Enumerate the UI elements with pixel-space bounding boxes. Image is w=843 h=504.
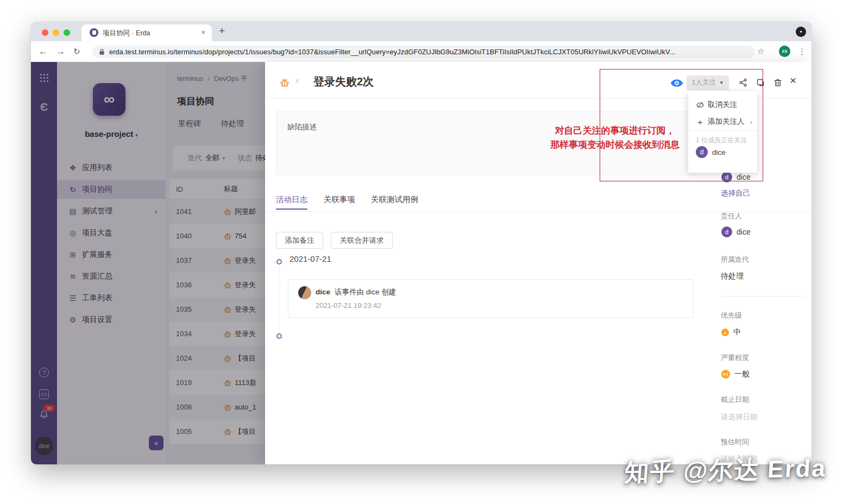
divider	[688, 130, 757, 131]
priority-medium-icon: ▴	[721, 329, 729, 336]
fullscreen-window-button[interactable]	[64, 29, 70, 36]
bug-type-icon[interactable]	[280, 78, 290, 87]
watcher-row[interactable]: ddice	[696, 146, 726, 158]
avatar: d	[721, 226, 732, 237]
forward-button[interactable]: →	[56, 41, 65, 62]
screenshot: 项目协同 · Erda × + ▾ ← → ↻ erda.test.termin…	[0, 0, 843, 504]
avatar: d	[696, 146, 708, 158]
follow-dropdown: 取消关注 +添加关注人› 1 位成员正在关注 ddice	[688, 91, 757, 173]
priority-value[interactable]: ▴中	[721, 327, 741, 337]
deadline-input[interactable]: 请选择日期	[721, 412, 758, 422]
drawer-mask[interactable]	[31, 62, 265, 464]
description-label: 缺陷描述	[287, 122, 317, 132]
event-text: 该事件由 dice 创建	[335, 288, 396, 296]
back-button[interactable]: ←	[39, 41, 48, 62]
reload-button[interactable]: ↻	[73, 41, 80, 62]
new-tab-button[interactable]: +	[219, 25, 225, 37]
timeline-event-card: dice该事件由 dice 创建 2021-07-21 19:23:42	[288, 279, 694, 318]
url-text: erda.test.terminus.io/terminus/dop/proje…	[109, 48, 676, 56]
timeline-node	[276, 333, 282, 339]
tab-title: 项目协同 · Erda	[103, 29, 150, 38]
owner-value[interactable]: ddice	[721, 226, 751, 237]
owner-label: 责任人	[721, 211, 742, 221]
timeline-line	[279, 266, 279, 333]
close-drawer-icon[interactable]: ×	[790, 74, 796, 87]
unfollow-menu-item[interactable]: 取消关注	[688, 97, 757, 113]
delete-icon[interactable]	[773, 78, 782, 87]
follow-count-button[interactable]: 1人关注▼	[687, 75, 729, 90]
address-bar[interactable]: erda.test.terminus.io/terminus/dop/proje…	[92, 46, 755, 58]
iteration-value[interactable]: 待处理	[721, 272, 744, 281]
divider	[721, 296, 804, 297]
watcher-count-label: 1 位成员正在关注	[696, 136, 747, 145]
select-self-link[interactable]: 选择自己	[721, 188, 750, 198]
erda-favicon-icon	[90, 28, 98, 37]
event-user: dice	[316, 288, 330, 296]
tab-list-button[interactable]: ▾	[796, 27, 806, 37]
iteration-label: 所属迭代	[721, 255, 749, 264]
close-window-button[interactable]	[42, 29, 48, 36]
timeline-node	[276, 259, 282, 264]
active-tab-underline	[276, 209, 307, 210]
severity-value[interactable]: P2一般	[721, 369, 750, 379]
add-comment-button[interactable]: 添加备注	[276, 232, 323, 249]
browser-tab[interactable]: 项目协同 · Erda ×	[81, 24, 212, 41]
minimize-window-button[interactable]	[53, 29, 59, 36]
timeline-date: 2021-07-21	[290, 254, 331, 263]
browser-menu-icon[interactable]: ⋮	[798, 41, 806, 62]
event-time: 2021-07-21 19:23:42	[316, 301, 381, 310]
tab-activity-log[interactable]: 活动日志	[276, 194, 307, 205]
link-merge-request-button[interactable]: 关联合并请求	[331, 232, 393, 249]
add-follower-menu-item[interactable]: +添加关注人›	[688, 114, 757, 130]
event-user-avatar	[298, 286, 311, 299]
estimate-label: 预估时间	[721, 437, 749, 447]
tab-strip: 项目协同 · Erda × + ▾	[31, 22, 811, 41]
chevron-down-icon: ▼	[719, 80, 724, 85]
annotation-text: 对自己关注的事项进行订阅， 那样事项变动时候会接收到消息	[536, 124, 694, 152]
bookmark-star-icon[interactable]: ☆	[757, 41, 764, 62]
avatar: d	[721, 172, 732, 182]
severity-label: 严重程度	[721, 353, 749, 363]
eye-off-icon	[696, 100, 704, 109]
watermark: 知乎 @尔达 Erda	[624, 452, 828, 489]
browser-toolbar: ← → ↻ erda.test.terminus.io/terminus/dop…	[31, 41, 811, 62]
tab-related-testcases[interactable]: 关联测试用例	[371, 194, 418, 205]
severity-p2-icon: P2	[721, 370, 730, 379]
share-icon[interactable]	[739, 78, 747, 87]
tab-close-icon[interactable]: ×	[201, 28, 205, 36]
tab-related-issues[interactable]: 关联事项	[324, 194, 355, 205]
chevron-right-icon: ›	[750, 118, 752, 126]
priority-label: 优先级	[721, 311, 742, 320]
browser-window: 项目协同 · Erda × + ▾ ← → ↻ erda.test.termin…	[31, 22, 811, 464]
deadline-label: 截止日期	[721, 395, 749, 405]
browser-profile-avatar[interactable]: ZX	[779, 46, 790, 57]
issue-title[interactable]: 登录失败2次	[313, 74, 374, 89]
plus-icon: +	[696, 117, 704, 127]
copy-icon[interactable]	[756, 78, 765, 87]
chevron-down-icon[interactable]: ∨	[295, 77, 299, 84]
assignee-value[interactable]: ddice	[721, 172, 751, 182]
subscribe-eye-icon[interactable]	[670, 79, 683, 87]
lock-icon	[99, 48, 105, 55]
